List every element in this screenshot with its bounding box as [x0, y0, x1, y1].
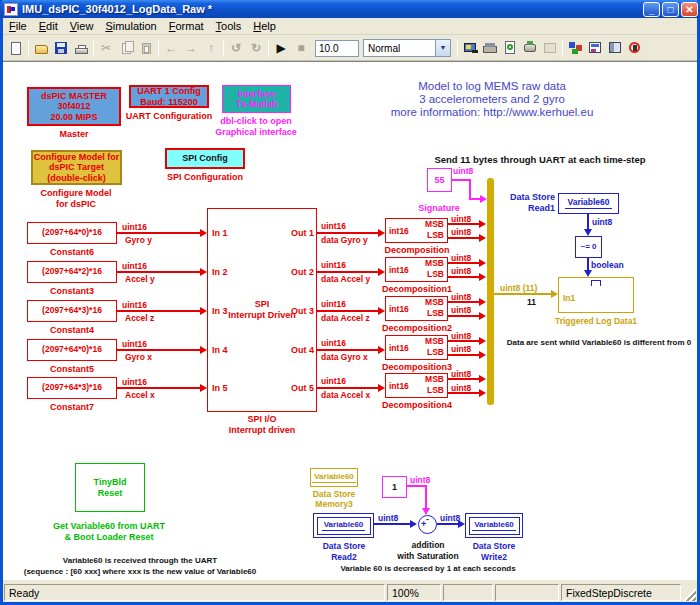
model-explorer-icon [608, 41, 623, 55]
calendar-icon [543, 41, 558, 55]
block-configure-model[interactable]: Configure Model for dsPIC Target (double… [31, 150, 122, 185]
library-browser-icon [568, 41, 583, 55]
block-constant5[interactable]: (2097+64*0)*16 [27, 339, 117, 361]
simulink-app-icon [4, 3, 18, 16]
minimize-button[interactable]: _ [643, 2, 660, 17]
menu-help[interactable]: Help [247, 19, 282, 33]
block-decomposition4[interactable]: int16 MSB LSB [385, 373, 448, 398]
resize-grip[interactable] [683, 584, 696, 601]
back-button[interactable]: ← [161, 39, 181, 58]
cut-button[interactable]: ✂ [96, 39, 116, 58]
model-explorer-button[interactable] [605, 39, 625, 58]
wire [317, 387, 379, 389]
wire [425, 485, 427, 509]
block-constant-one[interactable]: 1 [382, 476, 407, 498]
close-button[interactable]: ✕ [681, 2, 698, 17]
build-options-button[interactable] [540, 39, 560, 58]
signal-type: uint16 [122, 300, 147, 310]
deploy-button[interactable] [520, 39, 540, 58]
block-compare-to-zero[interactable]: ~= 0 [575, 236, 602, 258]
sum-minus-sign: - [426, 514, 429, 524]
cut-icon: ✂ [101, 41, 111, 55]
block-decomposition1[interactable]: int16 MSB LSB [385, 257, 448, 282]
block-data-store-write2[interactable]: Variable60 [465, 513, 523, 538]
update-diagram-button[interactable] [500, 39, 520, 58]
block-constant6[interactable]: (2097+64*0)*16 [27, 222, 117, 244]
open-button[interactable] [31, 39, 51, 58]
forward-arrow-icon: → [185, 41, 197, 55]
block-uart1-config[interactable]: UART 1 Config Baud: 115200 [129, 85, 209, 108]
signal-type: uint16 [321, 221, 346, 231]
block-decomposition2[interactable]: int16 MSB LSB [385, 296, 448, 321]
maximize-button[interactable]: □ [662, 2, 679, 17]
block-dspic-master[interactable]: dsPIC MASTER 30f4012 20.00 MIPS [27, 87, 121, 126]
signal-type: uint8 [440, 513, 460, 523]
block-signature[interactable]: 55 [427, 168, 452, 192]
solver-name: FixedStepDiscrete [561, 584, 681, 601]
arrowhead [378, 229, 385, 237]
block-data-store-memory3[interactable]: Variable60 [310, 468, 358, 487]
forward-button[interactable]: → [181, 39, 201, 58]
model-canvas[interactable]: dsPIC MASTER 30f4012 20.00 MIPS Master U… [3, 61, 697, 580]
trigger-port-icon [591, 280, 601, 286]
wire [587, 214, 589, 230]
copy-button[interactable] [116, 39, 136, 58]
library-browser-button[interactable] [565, 39, 585, 58]
wire [317, 271, 379, 273]
signal-type: uint8 [451, 266, 471, 276]
simulation-stop-time-input[interactable] [315, 40, 359, 57]
simulation-mode-select[interactable]: Normal ▼ [363, 39, 451, 57]
block-decomposition3[interactable]: int16 MSB LSB [385, 335, 448, 360]
label-decomposition1: Decomposition1 [377, 284, 457, 295]
undo-button[interactable]: ↺ [226, 39, 246, 58]
label-triggered-log-data1: Triggered Log Data1 [538, 316, 654, 326]
label-constant3: Constant3 [27, 286, 117, 297]
arrowhead [200, 307, 207, 315]
block-sum-saturation[interactable]: + - [418, 515, 437, 534]
wire [317, 232, 379, 234]
toolbar: ✂ ← → ↑ ↺ ↻ ▶ ■ Normal ▼ [3, 36, 697, 61]
paste-button[interactable] [136, 39, 156, 58]
menu-view[interactable]: View [64, 19, 100, 33]
label-decomposition: Decomposition [377, 245, 457, 256]
build-all-button[interactable] [480, 39, 500, 58]
block-decomposition[interactable]: int16 MSB LSB [385, 218, 448, 243]
block-constant3[interactable]: (2097+64*2)*16 [27, 261, 117, 283]
menu-file[interactable]: File [3, 19, 33, 33]
paste-icon [142, 43, 151, 54]
block-interface-tx-matlab[interactable]: Interface Tx-Matlab [222, 85, 291, 113]
label-master: Master [27, 129, 121, 140]
model-browser-button[interactable] [585, 39, 605, 58]
print-icon [75, 48, 88, 54]
block-constant7[interactable]: (2097+64*3)*16 [27, 377, 117, 399]
arrowhead [479, 259, 486, 267]
incremental-build-button[interactable] [460, 39, 480, 58]
label-constant7: Constant7 [27, 402, 117, 413]
save-button[interactable] [51, 39, 71, 58]
block-triggered-log-data1[interactable]: In1 [558, 277, 634, 313]
menu-tools[interactable]: Tools [210, 19, 248, 33]
block-spi-config[interactable]: SPI Config [165, 148, 245, 169]
menu-simulation[interactable]: Simulation [99, 19, 162, 33]
title-bar[interactable]: IMU_dsPIC_30f4012_LogData_Raw * _ □ ✕ [0, 0, 700, 18]
dropdown-arrow-icon[interactable]: ▼ [435, 40, 450, 56]
spi-inport-2: In 2 [212, 267, 228, 277]
wire [317, 310, 379, 312]
new-model-button[interactable] [6, 39, 26, 58]
wire [317, 349, 379, 351]
block-tinybld-reset[interactable]: TinyBld Reset [75, 463, 145, 512]
up-button[interactable]: ↑ [201, 39, 221, 58]
block-data-store-read1[interactable]: Variable60 [558, 193, 619, 214]
spi-outport-5: Out 5 [286, 383, 314, 393]
menu-format[interactable]: Format [163, 19, 210, 33]
redo-button[interactable]: ↻ [246, 39, 266, 58]
stop-simulation-button[interactable]: ■ [291, 39, 311, 58]
print-button[interactable] [71, 39, 91, 58]
block-constant4[interactable]: (2097+64*3)*16 [27, 300, 117, 322]
block-data-store-read2[interactable]: Variable60 [313, 513, 374, 538]
start-simulation-button[interactable]: ▶ [271, 39, 291, 58]
menu-edit[interactable]: Edit [33, 19, 64, 33]
label-configure-model: Configure Model for dsPIC [26, 188, 126, 210]
debug-button[interactable] [625, 39, 645, 58]
signal-type: uint8 [451, 253, 471, 263]
